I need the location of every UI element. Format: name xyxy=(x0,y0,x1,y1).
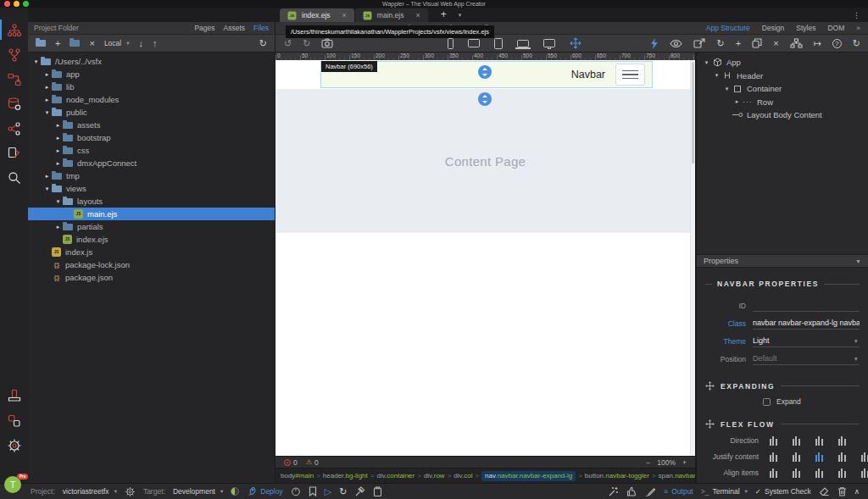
open-in-browser-icon[interactable] xyxy=(693,38,705,48)
expander-icon[interactable]: ▸ xyxy=(53,135,63,141)
minimize-window-button[interactable] xyxy=(14,1,19,7)
align-items-option-icon[interactable] xyxy=(789,468,803,478)
user-avatar[interactable]: T Pro xyxy=(4,476,21,493)
tree-item-package-lock-json[interactable]: {;}package-lock.json xyxy=(28,258,275,271)
project-selector[interactable]: victoriastreetfx▾ xyxy=(63,487,117,496)
run-button-icon[interactable]: ▷ xyxy=(325,486,331,497)
terminal-button[interactable]: >_Terminal▾ xyxy=(701,487,748,496)
structure-item-header[interactable]: ▾Header xyxy=(697,69,868,83)
sitemap-icon[interactable] xyxy=(790,38,803,48)
drag-handle-bottom[interactable] xyxy=(478,92,492,106)
app-connect-icon[interactable] xyxy=(5,21,24,40)
tree-item-index-js[interactable]: JSindex.js xyxy=(28,246,275,258)
canvas-scrollbar[interactable] xyxy=(690,60,695,456)
zoom-level[interactable]: 100% xyxy=(657,458,676,467)
target-toggle[interactable] xyxy=(231,487,239,496)
brush-icon[interactable] xyxy=(645,486,656,497)
refresh-view-icon[interactable]: ↻ xyxy=(716,39,724,48)
breadcrumb-item-body-main[interactable]: body#main xyxy=(281,472,314,480)
expander-icon[interactable]: ▸ xyxy=(53,122,63,129)
tree-item-lib[interactable]: ▸lib xyxy=(28,80,275,93)
bookmark-icon[interactable] xyxy=(309,486,317,496)
align-items-option-icon[interactable] xyxy=(766,468,780,478)
justify-content-option-icon[interactable] xyxy=(766,452,780,462)
tablet-portrait-view-icon[interactable] xyxy=(494,38,503,49)
tree-item-layouts[interactable]: ▾layouts xyxy=(28,195,275,208)
tree-item-dmxappconnect[interactable]: ▸dmxAppConnect xyxy=(28,157,275,169)
align-items-option-icon[interactable] xyxy=(812,468,826,478)
expander-icon[interactable]: ▾ xyxy=(53,198,63,205)
trash-icon[interactable] xyxy=(837,486,847,496)
direction-option-icon[interactable] xyxy=(835,435,849,446)
expander-icon[interactable]: ▸ xyxy=(732,98,742,105)
preview-eye-icon[interactable] xyxy=(670,39,682,48)
expander-icon[interactable]: ▸ xyxy=(53,224,63,230)
tree-item-tmp[interactable]: ▸tmp xyxy=(28,169,275,182)
expander-icon[interactable]: ▸ xyxy=(53,160,63,167)
clear-icon[interactable] xyxy=(819,487,830,496)
property-select-position[interactable]: Default▼ xyxy=(753,353,860,365)
expand-checkbox[interactable] xyxy=(763,398,771,406)
output-button[interactable]: ≡Output xyxy=(664,487,693,496)
panel-tab-design[interactable]: Design xyxy=(762,24,784,32)
expander-icon[interactable]: ▾ xyxy=(42,186,52,192)
breadcrumb-item-span-navbar-toggler-icon[interactable]: span.navbar-toggler-icon xyxy=(659,472,695,480)
tree-item-public[interactable]: ▾public xyxy=(28,106,275,119)
free-resize-icon[interactable] xyxy=(570,37,581,49)
open-folder-icon[interactable] xyxy=(36,39,46,48)
panel-tab-dom[interactable]: DOM xyxy=(827,24,844,32)
warning-icon[interactable]: ⚠ xyxy=(306,458,312,466)
breadcrumb-item-button-navbar-toggler[interactable]: button.navbar-toggler xyxy=(585,472,649,480)
server-actions-icon[interactable] xyxy=(5,70,24,89)
new-tab-button[interactable]: + xyxy=(441,8,447,20)
close-tab-icon[interactable]: × xyxy=(415,11,420,19)
refresh-files-icon[interactable]: ↻ xyxy=(259,39,267,48)
panel-tab-app-structure[interactable]: App Structure xyxy=(706,24,750,32)
tree-item-app[interactable]: ▸app xyxy=(28,68,275,80)
expander-icon[interactable]: ▾ xyxy=(42,109,52,116)
properties-header[interactable]: Properties ▼ xyxy=(697,254,868,268)
settings-gear-icon[interactable] xyxy=(5,436,24,455)
tree-item-css[interactable]: ▸css xyxy=(28,144,275,157)
tree-item-main-ejs[interactable]: JSmain.ejs xyxy=(28,208,275,220)
tree-item-partials[interactable]: ▸partials xyxy=(28,220,275,233)
tree-item-node-modules[interactable]: ▸node_modules xyxy=(28,93,275,106)
sync-icon[interactable]: ↻ xyxy=(853,39,860,48)
breadcrumb-item-header-bg-light[interactable]: header.bg-light xyxy=(323,472,368,480)
tree-item-views[interactable]: ▾views xyxy=(28,182,275,195)
indent-icon[interactable]: ↦ xyxy=(814,39,821,48)
restart-icon[interactable]: ↻ xyxy=(339,486,347,497)
align-items-option-icon[interactable] xyxy=(858,468,868,478)
panel-tab-assets[interactable]: Assets xyxy=(224,24,246,32)
project-settings-gear-icon[interactable] xyxy=(125,486,136,497)
drag-handle-top[interactable] xyxy=(478,65,492,79)
page-preview[interactable]: Navbar Navbar (690x56) Content Page xyxy=(275,60,695,456)
tab-index-ejs[interactable]: JS index.ejs × xyxy=(280,8,354,22)
target-selector[interactable]: Development▾ xyxy=(173,487,223,496)
justify-content-option-icon[interactable] xyxy=(858,452,868,462)
justify-content-option-icon[interactable] xyxy=(812,452,826,462)
close-tab-icon[interactable]: × xyxy=(342,11,347,19)
panel-tab-styles[interactable]: Styles xyxy=(796,24,815,32)
maximize-window-button[interactable] xyxy=(23,1,29,7)
property-input-id[interactable] xyxy=(753,300,860,312)
direction-option-icon[interactable] xyxy=(766,435,780,446)
panel-tab-files[interactable]: Files xyxy=(253,24,269,32)
tablet-landscape-view-icon[interactable] xyxy=(468,39,480,47)
app-connect-toggle-icon[interactable] xyxy=(650,38,659,49)
screenshot-icon[interactable] xyxy=(321,38,333,48)
docs-library-icon[interactable] xyxy=(5,387,24,406)
expander-icon[interactable]: ▸ xyxy=(53,147,63,154)
close-window-button[interactable] xyxy=(4,1,10,7)
tab-main-ejs[interactable]: JS main.ejs × xyxy=(355,8,428,22)
expander-icon[interactable]: ▾ xyxy=(31,58,41,65)
zoom-in-button[interactable]: + xyxy=(682,458,687,467)
navbar-brand-text[interactable]: Navbar xyxy=(571,69,605,80)
collapse-properties-icon[interactable]: ▼ xyxy=(855,258,861,264)
error-icon[interactable]: × xyxy=(284,459,291,466)
panel-tabs-overflow-icon[interactable]: » xyxy=(856,24,860,32)
expander-icon[interactable]: ▸ xyxy=(42,173,52,180)
justify-content-option-icon[interactable] xyxy=(835,452,849,462)
direction-option-icon[interactable] xyxy=(789,435,803,446)
upload-icon[interactable]: ↑ xyxy=(153,39,158,48)
